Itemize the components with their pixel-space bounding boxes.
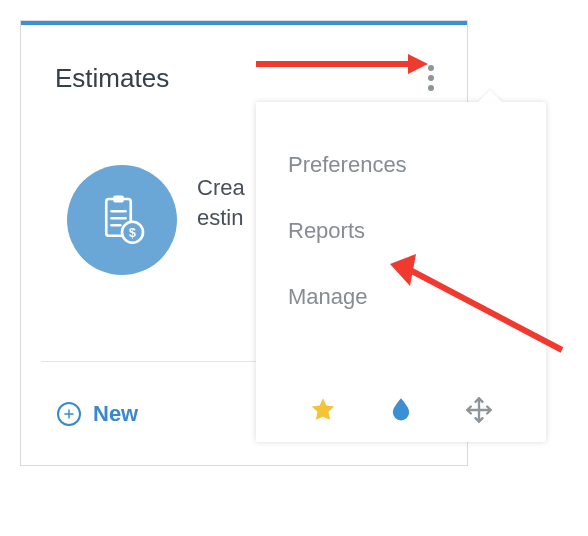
more-options-menu: Preferences Reports Manage <box>256 102 546 442</box>
plus-icon <box>57 402 81 426</box>
new-button-label: New <box>93 401 138 427</box>
card-accent-bar <box>21 21 467 25</box>
desc-line-2: estin <box>197 205 243 230</box>
desc-line-1: Crea <box>197 175 245 200</box>
estimates-hero-icon: $ <box>67 165 177 275</box>
clipboard-dollar-icon: $ <box>94 192 150 248</box>
svg-text:$: $ <box>129 226 136 240</box>
menu-item-preferences[interactable]: Preferences <box>284 132 518 198</box>
star-icon[interactable] <box>309 396 337 424</box>
menu-item-manage[interactable]: Manage <box>284 264 518 330</box>
move-icon[interactable] <box>465 396 493 424</box>
card-description: Crea estin <box>197 173 245 232</box>
menu-icon-row <box>284 388 518 424</box>
drop-icon[interactable] <box>387 396 415 424</box>
new-button[interactable]: New <box>57 401 138 427</box>
more-options-button[interactable] <box>419 63 443 93</box>
card-title: Estimates <box>55 63 169 94</box>
menu-item-reports[interactable]: Reports <box>284 198 518 264</box>
svg-rect-1 <box>113 196 124 203</box>
